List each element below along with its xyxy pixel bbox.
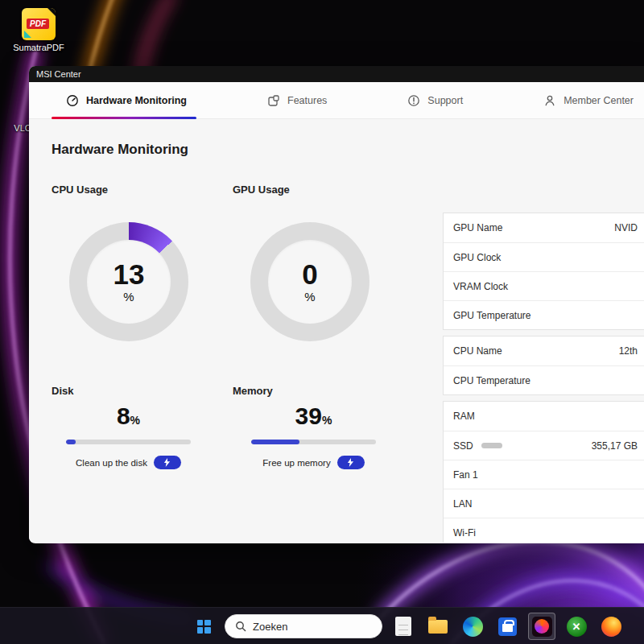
info-row-fan1: Fan 1 xyxy=(444,460,644,489)
info-row-gpu-clock: GPU Clock xyxy=(444,242,644,271)
gauge-icon xyxy=(66,94,79,107)
hardware-monitoring-page: Hardware Monitoring CPU Usage GPU Usage … xyxy=(29,119,644,543)
info-row-vram-clock: VRAM Clock xyxy=(444,271,644,300)
taskbar-search-input[interactable]: Zoeken xyxy=(225,614,382,638)
msi-center-icon xyxy=(532,617,552,637)
info-label: GPU Clock xyxy=(453,252,501,263)
windows-logo-square xyxy=(204,620,211,626)
info-label: Fan 1 xyxy=(453,469,478,481)
info-label: SSD xyxy=(453,440,473,452)
gpu-usage-unit: % xyxy=(304,290,315,303)
desktop: PDF SumatraPDF VLC MSI Center Hardware M… xyxy=(0,0,644,644)
memory-label: Memory xyxy=(233,385,273,397)
gpu-usage-readout: 0 % xyxy=(250,222,369,341)
memory-usage-bar xyxy=(251,440,376,444)
disk-label: Disk xyxy=(52,385,73,397)
xbox-icon: ✕ xyxy=(567,617,587,637)
msi-dragon-glyph xyxy=(535,619,549,634)
info-label: CPU Name xyxy=(453,345,502,357)
pdf-badge: PDF xyxy=(27,19,49,29)
search-placeholder: Zoeken xyxy=(253,621,287,633)
cpu-usage-unit: % xyxy=(123,290,134,303)
info-row-wifi: Wi-Fi xyxy=(444,518,644,543)
info-row-cpu-temperature: CPU Temperature xyxy=(444,365,644,394)
gpu-usage-value: 0 xyxy=(302,260,317,288)
info-label: VRAM Clock xyxy=(453,281,508,292)
cpu-usage-donut: 13 % xyxy=(69,222,188,341)
info-row-lan: LAN xyxy=(444,489,644,518)
clean-disk-button[interactable] xyxy=(154,456,181,469)
search-icon xyxy=(235,621,246,632)
disk-usage-unit: % xyxy=(130,414,140,427)
nav-tabs: Hardware Monitoring Features Support xyxy=(29,82,644,119)
taskbar-app-edge[interactable] xyxy=(459,613,486,640)
tab-label: Hardware Monitoring xyxy=(86,95,187,106)
info-row-gpu-name: GPU Name NVID xyxy=(444,213,644,242)
tab-label: Support xyxy=(427,95,463,106)
cpu-info-group: CPU Name 12th CPU Temperature xyxy=(443,336,644,395)
taskbar-app-msi-center[interactable] xyxy=(528,613,555,640)
info-label: RAM xyxy=(453,411,475,422)
system-info-panel: GPU Name NVID GPU Clock VRAM Clock GPU T… xyxy=(443,213,644,543)
disk-usage-bar xyxy=(66,440,191,444)
gpu-usage-donut: 0 % xyxy=(250,222,369,341)
free-memory-label: Free up memory xyxy=(262,458,330,468)
windows-logo-square xyxy=(204,627,211,634)
tab-support[interactable]: Support xyxy=(407,94,463,107)
ssd-usage-bar xyxy=(481,443,502,448)
taskbar-app-document[interactable] xyxy=(390,613,417,640)
taskbar-center-group: Zoeken ✕ xyxy=(190,608,625,644)
tab-label: Member Center xyxy=(564,95,634,106)
window-titlebar[interactable]: MSI Center xyxy=(29,66,644,82)
taskbar-app-firefox[interactable] xyxy=(597,613,625,640)
info-label: GPU Name xyxy=(453,222,502,233)
tab-features[interactable]: Features xyxy=(267,94,327,107)
info-row-gpu-temperature: GPU Temperature xyxy=(444,300,644,329)
windows-logo-square xyxy=(197,627,204,634)
taskbar-app-xbox[interactable]: ✕ xyxy=(563,613,590,640)
info-label: GPU Temperature xyxy=(453,310,531,321)
support-icon xyxy=(407,94,420,107)
cpu-usage-label: CPU Usage xyxy=(52,184,108,196)
disk-usage-readout: 8% xyxy=(66,402,191,430)
desktop-icon-label: SumatraPDF xyxy=(8,43,69,52)
info-row-ssd: SSD 355,17 GB xyxy=(444,431,644,460)
taskbar: Zoeken ✕ xyxy=(0,607,644,644)
clean-disk-label: Clean up the disk xyxy=(76,458,147,468)
features-icon xyxy=(267,94,280,107)
lightning-icon xyxy=(163,458,171,467)
windows-logo-square xyxy=(197,620,204,626)
disk-action-row: Clean up the disk xyxy=(66,456,191,469)
gpu-info-group: GPU Name NVID GPU Clock VRAM Clock GPU T… xyxy=(443,213,644,330)
info-label: LAN xyxy=(453,498,472,510)
info-value: NVID xyxy=(614,222,638,233)
document-icon xyxy=(395,617,411,636)
memory-usage-value: 39 xyxy=(295,402,322,429)
start-button[interactable] xyxy=(190,613,217,640)
gpu-usage-label: GPU Usage xyxy=(233,184,290,196)
free-memory-button[interactable] xyxy=(337,456,365,469)
sumatra-pdf-icon: PDF xyxy=(22,8,56,40)
memory-usage-readout: 39% xyxy=(251,402,376,430)
disk-usage-bar-fill xyxy=(66,440,76,444)
windows-logo-icon xyxy=(197,620,211,634)
tab-hardware-monitoring[interactable]: Hardware Monitoring xyxy=(66,94,187,107)
info-label: CPU Temperature xyxy=(453,375,530,386)
memory-action-row: Free up memory xyxy=(251,456,376,469)
taskbar-app-file-explorer[interactable] xyxy=(424,613,452,640)
desktop-icon-sumatrapdf[interactable]: PDF SumatraPDF xyxy=(8,8,69,52)
folder-icon xyxy=(428,620,448,634)
tab-member-center[interactable]: Member Center xyxy=(543,94,634,107)
info-row-cpu-name: CPU Name 12th xyxy=(444,336,644,365)
cpu-usage-readout: 13 % xyxy=(69,222,188,341)
memory-usage-bar-fill xyxy=(251,440,299,444)
cpu-usage-value: 13 xyxy=(114,260,145,288)
system-info-group: RAM SSD 355,17 GB Fan 1 LAN xyxy=(443,401,644,543)
store-icon xyxy=(498,617,517,636)
memory-usage-unit: % xyxy=(322,414,332,427)
person-icon xyxy=(543,94,556,107)
info-value: 12th xyxy=(619,345,638,357)
taskbar-app-store[interactable] xyxy=(493,613,521,640)
info-label: Wi-Fi xyxy=(453,527,476,539)
window-title: MSI Center xyxy=(36,69,81,79)
